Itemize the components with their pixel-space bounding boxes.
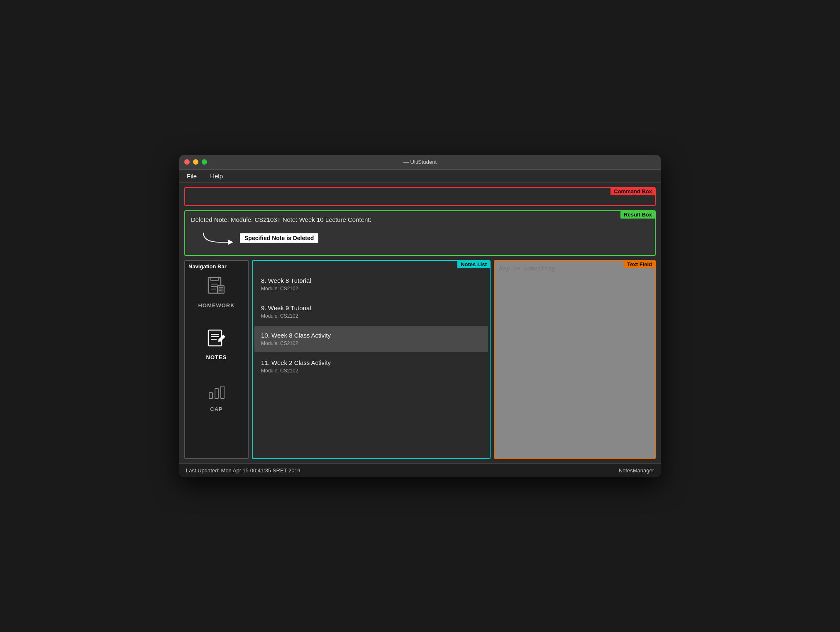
minimize-button[interactable]	[193, 159, 198, 165]
result-main-text: Deleted Note: Module: CS2103T Note: Week…	[191, 216, 649, 223]
title-bar: — UltiStudent	[179, 155, 661, 170]
notes-icon	[203, 325, 230, 352]
cap-icon	[203, 377, 230, 404]
sidebar-item-cap[interactable]: CAP	[185, 369, 248, 421]
command-box: Command Box	[184, 187, 656, 206]
note-module: Module: CS2102	[261, 286, 481, 292]
list-item[interactable]: 10. Week 8 Class Activity Module: CS2102	[254, 326, 488, 352]
window-title: — UltiStudent	[403, 159, 437, 165]
note-title: 10. Week 8 Class Activity	[261, 332, 481, 339]
arrow-icon	[199, 231, 237, 246]
homework-icon	[203, 273, 230, 300]
file-menu[interactable]: File	[184, 172, 199, 180]
svg-rect-6	[217, 286, 224, 293]
command-box-input[interactable]	[185, 188, 655, 205]
note-title: 8. Week 8 Tutorial	[261, 277, 481, 284]
text-field-container: Text Field	[494, 260, 656, 459]
notes-list: 8. Week 8 Tutorial Module: CS2102 9. Wee…	[253, 261, 490, 458]
status-bar: Last Updated: Mon Apr 15 00:41:35 SRET 2…	[179, 463, 661, 477]
svg-rect-15	[209, 393, 212, 399]
result-box: Result Box Deleted Note: Module: CS2103T…	[184, 210, 656, 256]
nav-bar-label: Navigation Bar	[188, 263, 227, 270]
text-field-input[interactable]	[495, 261, 655, 458]
main-window: — UltiStudent File Help Command Box Resu…	[179, 155, 661, 477]
notes-label: NOTES	[206, 354, 227, 360]
navigation-bar: Navigation Bar	[184, 260, 249, 459]
result-arrow-area: Specified Note is Deleted	[191, 231, 649, 246]
svg-rect-16	[215, 389, 218, 399]
window-controls	[184, 159, 207, 165]
svg-rect-10	[208, 330, 222, 346]
list-item[interactable]: 9. Week 9 Tutorial Module: CS2102	[254, 299, 488, 325]
notes-list-container: Notes List 8. Week 8 Tutorial Module: CS…	[252, 260, 491, 459]
command-box-label: Command Box	[610, 187, 655, 195]
bottom-area: Navigation Bar	[184, 260, 656, 459]
note-title: 9. Week 9 Tutorial	[261, 304, 481, 311]
list-item[interactable]: 11. Week 2 Class Activity Module: CS2102	[254, 353, 488, 379]
text-field-label: Text Field	[624, 260, 655, 268]
menu-bar: File Help	[179, 170, 661, 183]
note-module: Module: CS2102	[261, 368, 481, 374]
cap-label: CAP	[210, 406, 222, 412]
deleted-badge: Specified Note is Deleted	[240, 233, 318, 243]
notes-list-label: Notes List	[457, 260, 490, 268]
close-button[interactable]	[184, 159, 190, 165]
sidebar-item-notes[interactable]: NOTES	[185, 317, 248, 369]
note-module: Module: CS2102	[261, 340, 481, 346]
list-item[interactable]: 8. Week 8 Tutorial Module: CS2102	[254, 271, 488, 297]
homework-label: HOMEWORK	[198, 302, 234, 309]
note-title: 11. Week 2 Class Activity	[261, 359, 481, 366]
last-updated: Last Updated: Mon Apr 15 00:41:35 SRET 2…	[186, 467, 300, 474]
sidebar-item-homework[interactable]: HOMEWORK	[185, 265, 248, 317]
result-box-label: Result Box	[620, 211, 655, 219]
maximize-button[interactable]	[202, 159, 207, 165]
svg-rect-17	[221, 386, 224, 399]
help-menu[interactable]: Help	[208, 172, 225, 180]
main-content: Command Box Result Box Deleted Note: Mod…	[179, 183, 661, 463]
note-module: Module: CS2102	[261, 313, 481, 319]
svg-marker-0	[228, 240, 233, 245]
manager-label: NotesManager	[619, 467, 654, 474]
